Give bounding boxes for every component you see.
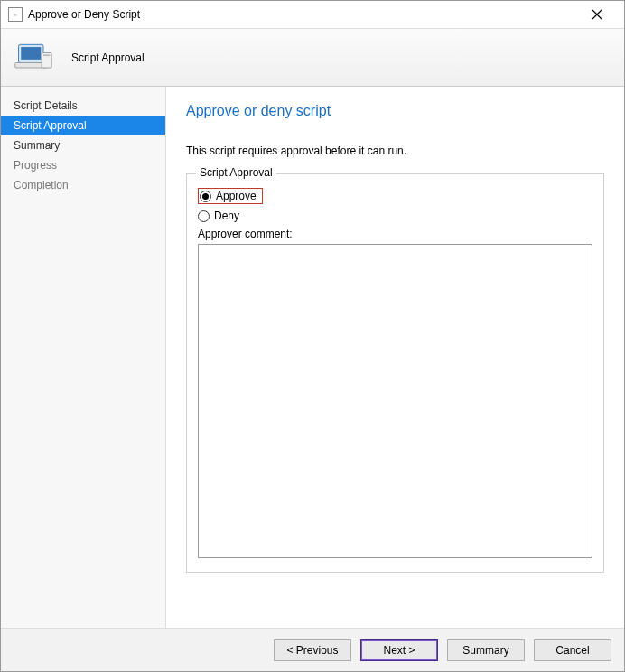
main-area: Script Details Script Approval Summary P… [1,87,624,628]
wizard-sidebar: Script Details Script Approval Summary P… [1,87,166,628]
radio-deny-label: Deny [214,210,239,222]
sidebar-item-completion[interactable]: Completion [1,175,165,195]
wizard-footer: < Previous Next > Summary Cancel [1,628,624,671]
sidebar-item-script-approval[interactable]: Script Approval [1,116,165,135]
close-button[interactable] [577,2,617,27]
page-subtext: This script requires approval before it … [186,145,604,157]
svg-rect-4 [43,54,50,56]
group-legend: Script Approval [196,166,276,179]
window-title: Approve or Deny Script [28,8,577,21]
header-title: Script Approval [71,51,145,64]
comment-label: Approver comment: [198,228,592,240]
radio-dot-icon [198,210,210,222]
radio-deny[interactable]: Deny [198,210,592,222]
approver-comment-textarea[interactable] [198,244,592,558]
header-band: Script Approval [1,28,624,87]
sidebar-item-progress[interactable]: Progress [1,155,165,175]
computer-icon [14,38,53,78]
script-approval-group: Script Approval Approve Deny Approver co… [186,173,604,573]
summary-button[interactable]: Summary [447,639,525,661]
titlebar: ▫ Approve or Deny Script [1,1,624,28]
content-pane: Approve or deny script This script requi… [166,87,624,628]
sidebar-item-script-details[interactable]: Script Details [1,96,165,116]
svg-rect-1 [21,47,41,60]
window-icon: ▫ [8,7,23,22]
cancel-button[interactable]: Cancel [534,639,611,661]
close-icon [592,9,602,20]
radio-dot-icon [200,191,211,202]
radio-approve-label: Approve [216,190,257,202]
next-button[interactable]: Next > [360,639,438,661]
previous-button[interactable]: < Previous [274,639,351,661]
radio-approve[interactable]: Approve [198,188,263,204]
page-title: Approve or deny script [186,103,604,119]
sidebar-item-summary[interactable]: Summary [1,135,165,155]
